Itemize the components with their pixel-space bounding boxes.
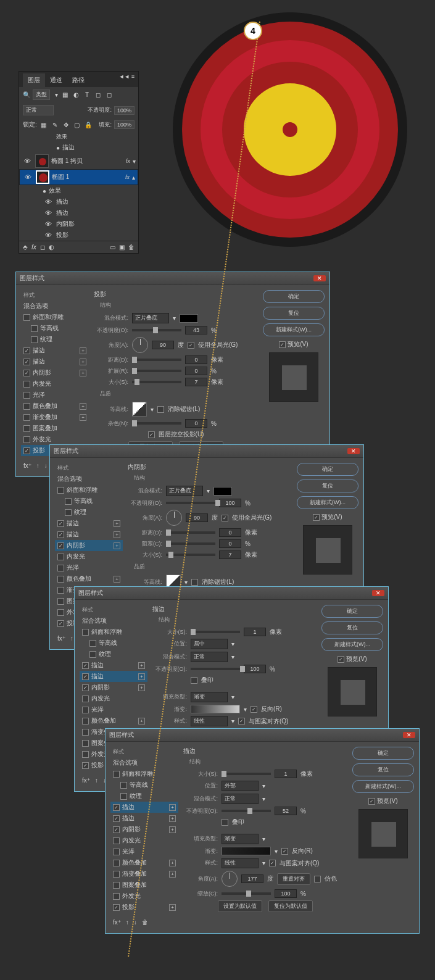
folder-icon[interactable]: ▭ — [110, 244, 115, 251]
tab-channels[interactable]: 通道 — [45, 73, 67, 87]
lock-brush-icon[interactable]: ✎ — [51, 120, 59, 129]
size-input[interactable]: 1 — [244, 628, 266, 636]
noise-slider[interactable] — [132, 422, 181, 425]
cancel-button[interactable]: 复位 — [352, 763, 414, 776]
style-stroke[interactable]: 描边+ — [21, 345, 89, 356]
style-contour[interactable]: 等高线 — [21, 323, 89, 334]
opacity-label: 不透明度: — [88, 106, 112, 114]
close-icon[interactable]: ✕ — [347, 448, 360, 454]
distance-slider[interactable] — [132, 359, 181, 361]
size-input[interactable]: 7 — [185, 378, 207, 386]
fx-down-icon[interactable]: ↓ — [44, 462, 48, 469]
style-satin[interactable]: 光泽 — [21, 389, 89, 401]
filter-adjust-icon[interactable]: ◐ — [72, 91, 80, 99]
ok-button[interactable]: 确定 — [321, 605, 383, 618]
position-select[interactable]: 外部 — [222, 781, 259, 791]
layer-ellipse-copy[interactable]: 👁 椭圆 1 拷贝 fx▾ — [19, 153, 138, 169]
antialias-checkbox[interactable] — [157, 406, 164, 413]
gradient-picker[interactable] — [222, 847, 271, 855]
cancel-button[interactable]: 复位 — [321, 621, 383, 634]
kind-icon: 🔍 — [23, 91, 30, 98]
ok-button[interactable]: 确定 — [263, 290, 325, 303]
layer-style-dialog-4: 图层样式✕ 样式 混合选项 斜面和浮雕 等高线 纹理 描边+ 描边+ 内阴影+ … — [105, 728, 420, 934]
mask-icon[interactable]: ◻ — [40, 244, 45, 251]
angle-dial[interactable] — [132, 337, 148, 353]
filter-smart-icon[interactable]: ◻ — [105, 91, 114, 99]
style-stroke[interactable]: 描边+ — [21, 356, 89, 367]
gradient-picker[interactable] — [191, 705, 240, 713]
noise-input[interactable]: 0 — [185, 419, 207, 428]
style-inner-shadow[interactable]: 内阴影+ — [55, 540, 123, 551]
fx-stroke-2[interactable]: 👁描边 — [19, 207, 138, 218]
size-slider[interactable] — [132, 381, 181, 383]
layer-ellipse-1[interactable]: 👁 椭圆 1 fx▴ — [19, 169, 138, 185]
fx-add-icon[interactable]: fx⁺ — [23, 462, 31, 469]
adjust-icon[interactable]: ◐ — [49, 244, 54, 251]
panel-menu-icons[interactable]: ◄◄ ≡ — [118, 73, 135, 87]
kind-filter[interactable]: 类型 — [33, 89, 50, 100]
lock-all-icon[interactable]: 🔒 — [84, 120, 93, 129]
global-light-checkbox[interactable] — [188, 342, 194, 349]
cancel-button[interactable]: 复位 — [263, 307, 325, 320]
ok-button[interactable]: 确定 — [297, 463, 358, 476]
opacity-input[interactable]: 43 — [185, 326, 207, 334]
spread-slider[interactable] — [132, 370, 181, 372]
fx-drop-shadow[interactable]: 👁投影 — [19, 230, 138, 241]
style-stroke[interactable]: 描边+ — [80, 671, 147, 682]
lock-artboard-icon[interactable]: ▢ — [73, 120, 81, 129]
close-icon[interactable]: ✕ — [403, 732, 415, 738]
style-inner-glow[interactable]: 内发光 — [21, 378, 89, 389]
filter-type-icon[interactable]: T — [83, 91, 91, 99]
fx-stroke-1[interactable]: 👁描边 — [19, 196, 138, 207]
position-select[interactable]: 居中 — [191, 639, 228, 649]
tab-paths[interactable]: 路径 — [67, 73, 89, 87]
lock-pixel-icon[interactable]: ▦ — [39, 120, 48, 129]
visibility-icon[interactable]: 👁 — [22, 157, 33, 165]
contour-picker[interactable] — [132, 402, 147, 417]
filter-shape-icon[interactable]: ◻ — [94, 91, 102, 99]
size-input[interactable]: 1 — [275, 770, 297, 778]
angle-input[interactable]: 90 — [152, 341, 174, 349]
new-layer-icon[interactable]: ▣ — [119, 244, 125, 251]
dialog-title: 图层样式 — [20, 274, 44, 283]
opacity-input[interactable]: 100 — [219, 499, 241, 507]
fx-inner-shadow[interactable]: 👁内阴影 — [19, 218, 138, 230]
spread-input[interactable]: 0 — [185, 367, 207, 375]
cancel-button[interactable]: 复位 — [297, 480, 358, 492]
fx-icon[interactable]: fx — [31, 244, 36, 251]
visibility-icon[interactable]: 👁 — [22, 173, 33, 181]
distance-input[interactable]: 0 — [185, 355, 207, 364]
close-icon[interactable]: ✕ — [372, 590, 384, 596]
style-texture[interactable]: 纹理 — [21, 334, 89, 345]
fx-up-icon[interactable]: ↑ — [36, 462, 39, 469]
step-badge: 4 — [244, 22, 262, 40]
fill-value[interactable]: 100% — [114, 120, 135, 129]
link-icon[interactable]: ⬘ — [23, 244, 28, 251]
fx-stroke-sub[interactable]: ●描边 — [19, 142, 138, 153]
new-style-button[interactable]: 新建样式(W)... — [263, 323, 325, 336]
trash-icon[interactable]: 🗑 — [128, 244, 135, 251]
fill-type-select[interactable]: 渐变 — [191, 692, 228, 702]
tab-layers[interactable]: 图层 — [23, 73, 45, 87]
style-gradient-overlay[interactable]: 渐变叠加+ — [21, 412, 89, 423]
style-stroke[interactable]: 描边+ — [110, 802, 178, 813]
lock-move-icon[interactable]: ✥ — [62, 120, 70, 129]
preview-checkbox[interactable] — [279, 341, 286, 348]
color-swatch[interactable] — [180, 314, 198, 323]
blend-mode-select[interactable]: 正片叠底 — [132, 313, 169, 323]
style-inner-shadow[interactable]: 内阴影+ — [21, 367, 89, 378]
blend-mode-select[interactable]: 正常 — [23, 105, 54, 115]
opacity-value[interactable]: 100% — [114, 106, 135, 115]
style-color-overlay[interactable]: 颜色叠加+ — [21, 401, 89, 412]
style-bevel[interactable]: 斜面和浮雕 — [21, 312, 89, 323]
style-blend-options[interactable]: 混合选项 — [21, 301, 89, 312]
filter-pixel-icon[interactable]: ▦ — [60, 91, 69, 99]
style-pattern-overlay[interactable]: 图案叠加 — [21, 423, 89, 434]
layers-panel: 图层 通道 路径 ◄◄ ≡ 🔍 类型 ▾ ▦ ◐ T ◻ ◻ 正常 不透明度: … — [19, 71, 139, 254]
style-outer-glow[interactable]: 外发光 — [21, 434, 89, 445]
opacity-slider[interactable] — [132, 329, 181, 331]
new-style-button[interactable]: 新建样式(W)... — [297, 496, 358, 509]
ok-button[interactable]: 确定 — [352, 747, 414, 760]
close-icon[interactable]: ✕ — [313, 275, 326, 281]
knockout-checkbox[interactable] — [148, 431, 155, 438]
